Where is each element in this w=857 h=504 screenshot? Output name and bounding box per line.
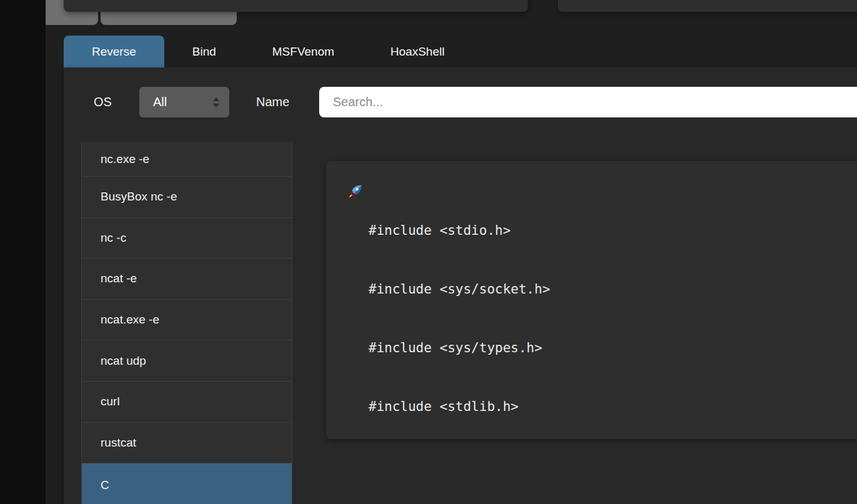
list-item-c-selected[interactable]: C <box>82 463 292 504</box>
list-item-ncat-udp[interactable]: ncat udp <box>82 340 292 382</box>
shell-type-tabs: Reverse Bind MSFVenom HoaxShell <box>64 36 473 67</box>
list-item-rustcat[interactable]: rustcat <box>82 423 292 464</box>
list-item-ncat-exe-e[interactable]: ncat.exe -e <box>82 300 292 341</box>
os-select[interactable]: All <box>139 87 229 117</box>
left-edge-strip <box>0 0 46 504</box>
code-block: #include <stdio.h> #include <sys/socket.… <box>369 182 857 439</box>
code-line: #include <stdlib.h> <box>369 397 857 417</box>
search-input[interactable] <box>319 87 857 117</box>
code-line: #include <stdio.h> <box>369 221 857 240</box>
shell-list: nc.exe -e BusyBox nc -e nc -c ncat -e nc… <box>81 142 292 504</box>
code-line: #include <sys/types.h> <box>369 338 857 358</box>
rocket-icon <box>348 184 362 199</box>
list-item-nc-exe-e[interactable]: nc.exe -e <box>82 142 292 177</box>
top-panel-right <box>558 0 857 12</box>
shell-code-panel: #include <stdio.h> #include <sys/socket.… <box>326 161 857 439</box>
list-item-busybox-nc-e[interactable]: BusyBox nc -e <box>82 177 292 218</box>
code-line: #include <sys/socket.h> <box>369 280 857 299</box>
list-item-curl[interactable]: curl <box>82 382 292 423</box>
select-arrows-icon <box>212 97 220 108</box>
tab-bind[interactable]: Bind <box>164 36 244 67</box>
tab-msfvenom[interactable]: MSFVenom <box>244 36 362 67</box>
tab-hoaxshell[interactable]: HoaxShell <box>362 36 473 67</box>
list-item-nc-c[interactable]: nc -c <box>82 218 292 259</box>
tab-reverse[interactable]: Reverse <box>64 36 164 67</box>
os-label: OS <box>94 95 112 109</box>
list-item-ncat-e[interactable]: ncat -e <box>82 259 292 300</box>
name-label: Name <box>256 95 289 109</box>
os-select-value: All <box>153 95 212 109</box>
top-panel-left <box>64 0 528 12</box>
